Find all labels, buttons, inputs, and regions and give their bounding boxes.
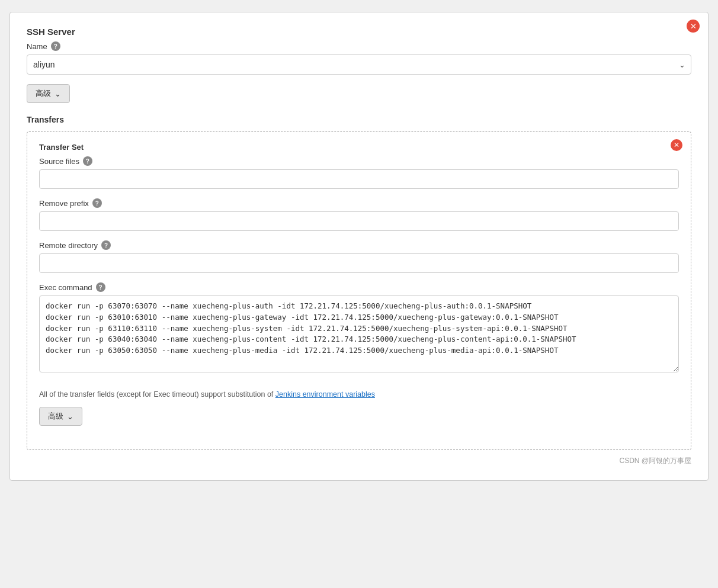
exec-command-textarea[interactable]: docker run -p 63070:63070 --name xuechen… xyxy=(39,295,679,372)
remote-directory-input[interactable] xyxy=(39,253,679,273)
exec-command-label-row: Exec command ? xyxy=(39,282,679,292)
chevron-icon-bottom: ⌄ xyxy=(67,412,73,421)
remote-directory-help-icon[interactable]: ? xyxy=(101,240,111,250)
server-name-select[interactable]: aliyun xyxy=(27,54,691,75)
remove-prefix-label-row: Remove prefix ? xyxy=(39,198,679,208)
transfer-set-box: ✕ Transfer Set Source files ? Remove pre… xyxy=(27,131,691,450)
close-icon-inner: ✕ xyxy=(674,141,679,149)
close-button-inner[interactable]: ✕ xyxy=(671,139,682,151)
advanced-button-bottom[interactable]: 高级 ⌄ xyxy=(39,407,82,426)
name-label: Name xyxy=(27,42,47,51)
remove-prefix-input[interactable] xyxy=(39,211,679,231)
transfers-label: Transfers xyxy=(27,115,691,124)
exec-command-help-icon[interactable]: ? xyxy=(96,282,105,292)
source-files-label: Source files xyxy=(39,157,79,166)
ssh-server-title: SSH Server xyxy=(27,27,691,37)
source-files-label-row: Source files ? xyxy=(39,156,679,166)
remove-prefix-label: Remove prefix xyxy=(39,199,89,208)
jenkins-env-link[interactable]: Jenkins environment variables xyxy=(275,390,375,399)
source-files-help-icon[interactable]: ? xyxy=(83,156,92,166)
main-panel: ✕ SSH Server Name ? aliyun ⌄ 高级 ⌄ Transf… xyxy=(9,12,709,481)
close-button-top[interactable]: ✕ xyxy=(687,20,700,33)
name-label-row: Name ? xyxy=(27,41,691,51)
transfer-set-title: Transfer Set xyxy=(39,143,679,152)
exec-command-label: Exec command xyxy=(39,283,92,292)
chevron-icon-top: ⌄ xyxy=(55,89,61,98)
info-text-before: All of the transfer fields (except for E… xyxy=(39,390,275,399)
name-help-icon[interactable]: ? xyxy=(51,41,60,51)
advanced-label-top: 高级 xyxy=(36,88,51,99)
info-text: All of the transfer fields (except for E… xyxy=(39,390,679,399)
remote-directory-label: Remote directory xyxy=(39,241,98,250)
remove-prefix-help-icon[interactable]: ? xyxy=(92,198,102,208)
server-name-wrapper: aliyun ⌄ xyxy=(27,54,691,75)
advanced-label-bottom: 高级 xyxy=(48,411,63,422)
advanced-button-top[interactable]: 高级 ⌄ xyxy=(27,84,70,103)
watermark: CSDN @阿银的万事屋 xyxy=(27,456,691,466)
remote-directory-label-row: Remote directory ? xyxy=(39,240,679,250)
source-files-input[interactable] xyxy=(39,169,679,189)
close-icon-top: ✕ xyxy=(690,23,697,30)
